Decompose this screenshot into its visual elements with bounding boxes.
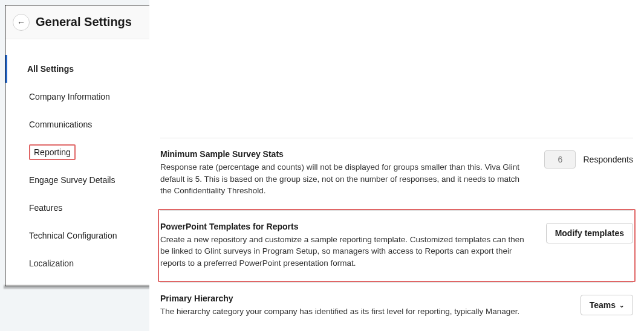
sidebar-item-label: Technical Configuration (29, 231, 117, 240)
sidebar-item-reporting[interactable]: Reporting (5, 138, 154, 166)
sidebar-item-label: Company Information (29, 92, 110, 101)
sidebar-item-all-settings[interactable]: All Settings (5, 55, 154, 83)
sidebar-shadow (4, 285, 155, 289)
sidebar: ← General Settings All Settings Company … (5, 5, 154, 286)
section-title: Primary Hierarchy (160, 294, 568, 303)
sidebar-item-label: Communications (29, 120, 92, 129)
sidebar-item-engage-survey-details[interactable]: Engage Survey Details (5, 166, 154, 194)
section-primary-hierarchy: Primary Hierarchy The hierarchy category… (160, 282, 633, 331)
respondents-unit-label: Respondents (583, 155, 633, 164)
main-content: Minimum Sample Survey Stats Response rat… (149, 0, 644, 331)
section-minimum-sample: Minimum Sample Survey Stats Response rat… (160, 138, 633, 210)
back-button[interactable]: ← (13, 14, 30, 31)
sidebar-item-label: Localization (29, 259, 74, 268)
respondents-input[interactable] (544, 150, 576, 169)
section-description: Response rate (percentage and counts) wi… (160, 161, 532, 197)
sidebar-list: All Settings Company Information Communi… (5, 39, 154, 283)
sidebar-item-features[interactable]: Features (5, 194, 154, 222)
modify-templates-button[interactable]: Modify templates (546, 223, 633, 243)
sidebar-item-label: Features (29, 203, 62, 213)
section-powerpoint-templates: PowerPoint Templates for Reports Create … (160, 210, 633, 283)
section-title: PowerPoint Templates for Reports (160, 222, 534, 231)
sidebar-item-localization[interactable]: Localization (5, 249, 154, 277)
primary-hierarchy-dropdown[interactable]: Teams ⌄ (581, 295, 633, 315)
sidebar-item-label: Reporting (29, 144, 76, 160)
sidebar-item-technical-configuration[interactable]: Technical Configuration (5, 222, 154, 249)
section-description: The hierarchy category your company has … (160, 306, 535, 318)
button-label: Teams (590, 300, 616, 310)
sidebar-item-company-information[interactable]: Company Information (5, 83, 154, 111)
page-title: General Settings (36, 15, 132, 29)
sidebar-item-label: Engage Survey Details (29, 175, 115, 185)
section-description: Create a new repository and customize a … (160, 234, 534, 269)
chevron-down-icon: ⌄ (619, 302, 624, 309)
section-title: Minimum Sample Survey Stats (160, 149, 532, 159)
button-label: Modify templates (555, 228, 624, 238)
sidebar-item-communications[interactable]: Communications (5, 111, 154, 138)
sidebar-item-label: All Settings (27, 64, 74, 74)
sidebar-header: ← General Settings (5, 5, 154, 39)
arrow-left-icon: ← (17, 18, 25, 27)
